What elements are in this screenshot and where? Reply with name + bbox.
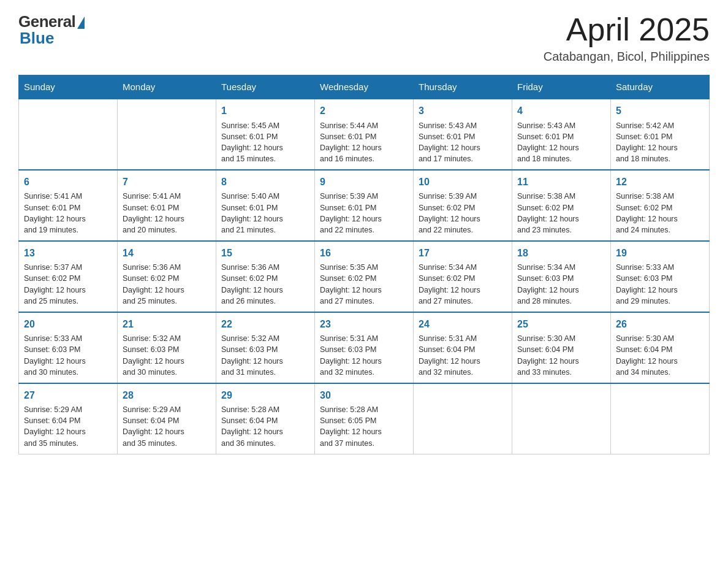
day-info: Sunrise: 5:34 AM Sunset: 6:03 PM Dayligh… bbox=[517, 262, 605, 307]
day-header-saturday: Saturday bbox=[611, 75, 710, 99]
day-info: Sunrise: 5:36 AM Sunset: 6:02 PM Dayligh… bbox=[123, 262, 211, 307]
calendar-cell: 29Sunrise: 5:28 AM Sunset: 6:04 PM Dayli… bbox=[216, 383, 315, 454]
day-info: Sunrise: 5:35 AM Sunset: 6:02 PM Dayligh… bbox=[320, 262, 408, 307]
day-info: Sunrise: 5:38 AM Sunset: 6:02 PM Dayligh… bbox=[616, 191, 704, 236]
day-info: Sunrise: 5:39 AM Sunset: 6:02 PM Dayligh… bbox=[419, 191, 507, 236]
day-number: 29 bbox=[221, 389, 309, 402]
day-number: 18 bbox=[517, 247, 605, 260]
day-number: 22 bbox=[221, 318, 309, 331]
day-number: 30 bbox=[320, 389, 408, 402]
calendar-cell: 4Sunrise: 5:43 AM Sunset: 6:01 PM Daylig… bbox=[512, 99, 611, 170]
day-number: 7 bbox=[123, 175, 211, 189]
day-header-friday: Friday bbox=[512, 75, 611, 99]
calendar-cell: 14Sunrise: 5:36 AM Sunset: 6:02 PM Dayli… bbox=[118, 241, 216, 312]
calendar-cell: 17Sunrise: 5:34 AM Sunset: 6:02 PM Dayli… bbox=[414, 241, 512, 312]
day-header-wednesday: Wednesday bbox=[315, 75, 414, 99]
day-number: 25 bbox=[517, 318, 605, 331]
calendar-cell: 26Sunrise: 5:30 AM Sunset: 6:04 PM Dayli… bbox=[611, 312, 710, 383]
calendar-week-5: 27Sunrise: 5:29 AM Sunset: 6:04 PM Dayli… bbox=[19, 383, 710, 454]
day-info: Sunrise: 5:28 AM Sunset: 6:04 PM Dayligh… bbox=[221, 404, 309, 449]
calendar-cell: 5Sunrise: 5:42 AM Sunset: 6:01 PM Daylig… bbox=[611, 99, 710, 170]
day-info: Sunrise: 5:41 AM Sunset: 6:01 PM Dayligh… bbox=[24, 191, 112, 236]
calendar-cell bbox=[512, 383, 611, 454]
calendar-cell: 21Sunrise: 5:32 AM Sunset: 6:03 PM Dayli… bbox=[118, 312, 216, 383]
day-number: 10 bbox=[419, 175, 507, 189]
calendar-cell: 20Sunrise: 5:33 AM Sunset: 6:03 PM Dayli… bbox=[19, 312, 118, 383]
calendar-cell: 16Sunrise: 5:35 AM Sunset: 6:02 PM Dayli… bbox=[315, 241, 414, 312]
month-title: April 2025 bbox=[544, 12, 710, 47]
calendar-cell: 18Sunrise: 5:34 AM Sunset: 6:03 PM Dayli… bbox=[512, 241, 611, 312]
calendar-table: SundayMondayTuesdayWednesdayThursdayFrid… bbox=[18, 75, 710, 454]
calendar-week-1: 1Sunrise: 5:45 AM Sunset: 6:01 PM Daylig… bbox=[19, 99, 710, 170]
day-info: Sunrise: 5:29 AM Sunset: 6:04 PM Dayligh… bbox=[123, 404, 211, 449]
day-info: Sunrise: 5:33 AM Sunset: 6:03 PM Dayligh… bbox=[24, 333, 112, 378]
calendar-cell: 3Sunrise: 5:43 AM Sunset: 6:01 PM Daylig… bbox=[414, 99, 512, 170]
calendar-cell: 7Sunrise: 5:41 AM Sunset: 6:01 PM Daylig… bbox=[118, 170, 216, 241]
day-number: 24 bbox=[419, 318, 507, 331]
day-number: 4 bbox=[517, 104, 605, 118]
day-info: Sunrise: 5:43 AM Sunset: 6:01 PM Dayligh… bbox=[419, 120, 507, 165]
day-info: Sunrise: 5:44 AM Sunset: 6:01 PM Dayligh… bbox=[320, 120, 408, 165]
day-info: Sunrise: 5:29 AM Sunset: 6:04 PM Dayligh… bbox=[24, 404, 112, 449]
day-info: Sunrise: 5:42 AM Sunset: 6:01 PM Dayligh… bbox=[616, 120, 704, 165]
calendar-cell: 19Sunrise: 5:33 AM Sunset: 6:03 PM Dayli… bbox=[611, 241, 710, 312]
calendar-cell: 9Sunrise: 5:39 AM Sunset: 6:01 PM Daylig… bbox=[315, 170, 414, 241]
calendar-cell: 11Sunrise: 5:38 AM Sunset: 6:02 PM Dayli… bbox=[512, 170, 611, 241]
calendar-cell: 6Sunrise: 5:41 AM Sunset: 6:01 PM Daylig… bbox=[19, 170, 118, 241]
calendar-week-4: 20Sunrise: 5:33 AM Sunset: 6:03 PM Dayli… bbox=[19, 312, 710, 383]
day-number: 15 bbox=[221, 247, 309, 260]
calendar-header-row: SundayMondayTuesdayWednesdayThursdayFrid… bbox=[19, 75, 710, 99]
calendar-week-2: 6Sunrise: 5:41 AM Sunset: 6:01 PM Daylig… bbox=[19, 170, 710, 241]
day-info: Sunrise: 5:31 AM Sunset: 6:04 PM Dayligh… bbox=[419, 333, 507, 378]
day-number: 3 bbox=[419, 104, 507, 118]
day-number: 28 bbox=[123, 389, 211, 402]
calendar-cell: 1Sunrise: 5:45 AM Sunset: 6:01 PM Daylig… bbox=[216, 99, 315, 170]
day-number: 6 bbox=[24, 175, 112, 189]
day-number: 19 bbox=[616, 247, 704, 260]
day-info: Sunrise: 5:30 AM Sunset: 6:04 PM Dayligh… bbox=[616, 333, 704, 378]
calendar-cell bbox=[611, 383, 710, 454]
day-header-thursday: Thursday bbox=[414, 75, 512, 99]
calendar-cell: 13Sunrise: 5:37 AM Sunset: 6:02 PM Dayli… bbox=[19, 241, 118, 312]
calendar-cell: 24Sunrise: 5:31 AM Sunset: 6:04 PM Dayli… bbox=[414, 312, 512, 383]
calendar-cell: 25Sunrise: 5:30 AM Sunset: 6:04 PM Dayli… bbox=[512, 312, 611, 383]
page-header: General Blue April 2025 Catabangan, Bico… bbox=[18, 12, 710, 64]
calendar-week-3: 13Sunrise: 5:37 AM Sunset: 6:02 PM Dayli… bbox=[19, 241, 710, 312]
calendar-cell bbox=[19, 99, 118, 170]
day-number: 14 bbox=[123, 247, 211, 260]
day-header-monday: Monday bbox=[118, 75, 216, 99]
day-info: Sunrise: 5:45 AM Sunset: 6:01 PM Dayligh… bbox=[221, 120, 309, 165]
calendar-cell: 12Sunrise: 5:38 AM Sunset: 6:02 PM Dayli… bbox=[611, 170, 710, 241]
title-section: April 2025 Catabangan, Bicol, Philippine… bbox=[544, 12, 710, 64]
day-number: 13 bbox=[24, 247, 112, 260]
day-number: 11 bbox=[517, 175, 605, 189]
day-info: Sunrise: 5:43 AM Sunset: 6:01 PM Dayligh… bbox=[517, 120, 605, 165]
day-number: 1 bbox=[221, 104, 309, 118]
calendar-cell: 23Sunrise: 5:31 AM Sunset: 6:03 PM Dayli… bbox=[315, 312, 414, 383]
day-info: Sunrise: 5:32 AM Sunset: 6:03 PM Dayligh… bbox=[221, 333, 309, 378]
day-info: Sunrise: 5:37 AM Sunset: 6:02 PM Dayligh… bbox=[24, 262, 112, 307]
day-info: Sunrise: 5:31 AM Sunset: 6:03 PM Dayligh… bbox=[320, 333, 408, 378]
day-number: 2 bbox=[320, 104, 408, 118]
day-header-sunday: Sunday bbox=[19, 75, 118, 99]
day-info: Sunrise: 5:41 AM Sunset: 6:01 PM Dayligh… bbox=[123, 191, 211, 236]
calendar-cell: 8Sunrise: 5:40 AM Sunset: 6:01 PM Daylig… bbox=[216, 170, 315, 241]
day-number: 17 bbox=[419, 247, 507, 260]
day-info: Sunrise: 5:38 AM Sunset: 6:02 PM Dayligh… bbox=[517, 191, 605, 236]
day-info: Sunrise: 5:40 AM Sunset: 6:01 PM Dayligh… bbox=[221, 191, 309, 236]
day-info: Sunrise: 5:30 AM Sunset: 6:04 PM Dayligh… bbox=[517, 333, 605, 378]
calendar-cell bbox=[118, 99, 216, 170]
day-number: 21 bbox=[123, 318, 211, 331]
day-number: 26 bbox=[616, 318, 704, 331]
day-number: 23 bbox=[320, 318, 408, 331]
calendar-cell: 2Sunrise: 5:44 AM Sunset: 6:01 PM Daylig… bbox=[315, 99, 414, 170]
calendar-cell: 27Sunrise: 5:29 AM Sunset: 6:04 PM Dayli… bbox=[19, 383, 118, 454]
day-info: Sunrise: 5:28 AM Sunset: 6:05 PM Dayligh… bbox=[320, 404, 408, 449]
calendar-cell: 28Sunrise: 5:29 AM Sunset: 6:04 PM Dayli… bbox=[118, 383, 216, 454]
day-number: 16 bbox=[320, 247, 408, 260]
day-info: Sunrise: 5:34 AM Sunset: 6:02 PM Dayligh… bbox=[419, 262, 507, 307]
calendar-cell: 15Sunrise: 5:36 AM Sunset: 6:02 PM Dayli… bbox=[216, 241, 315, 312]
day-info: Sunrise: 5:32 AM Sunset: 6:03 PM Dayligh… bbox=[123, 333, 211, 378]
day-header-tuesday: Tuesday bbox=[216, 75, 315, 99]
day-info: Sunrise: 5:36 AM Sunset: 6:02 PM Dayligh… bbox=[221, 262, 309, 307]
